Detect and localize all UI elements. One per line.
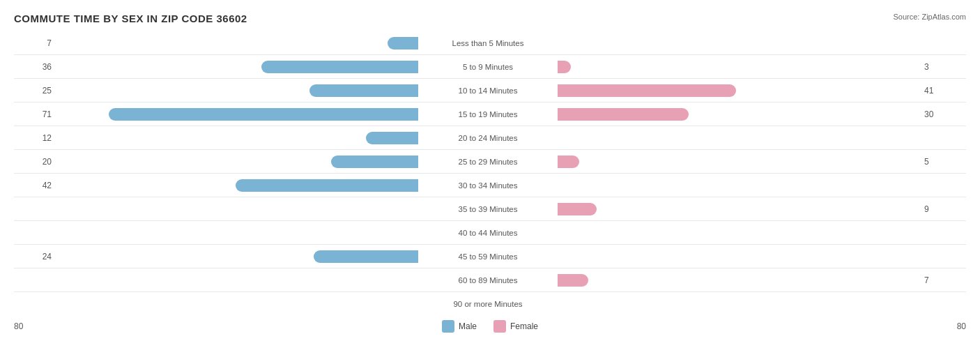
row-inner: 24 45 to 59 Minutes (14, 245, 966, 268)
bar-row: 12 20 to 24 Minutes (14, 126, 966, 150)
male-swatch (442, 320, 454, 333)
female-bar-wrap (558, 296, 920, 312)
female-bar-wrap (558, 107, 920, 122)
male-bar-wrap (56, 59, 418, 75)
female-bar-wrap (558, 249, 920, 264)
male-value: 7 (14, 38, 56, 48)
row-label: 25 to 29 Minutes (418, 158, 558, 166)
legend-female: Female (493, 320, 538, 333)
axis-left-label: 80 (14, 321, 56, 331)
female-bar-wrap (558, 273, 920, 288)
male-bar-wrap (56, 296, 418, 312)
row-inner: 60 to 89 Minutes 7 (14, 268, 966, 291)
female-bar (558, 203, 597, 215)
male-bar-wrap (56, 273, 418, 288)
male-value: 36 (14, 62, 56, 72)
female-bar (558, 274, 588, 287)
bar-row: 24 45 to 59 Minutes (14, 245, 966, 268)
female-bar-wrap (558, 130, 920, 146)
row-inner: 35 to 39 Minutes 9 (14, 197, 966, 220)
bar-row: 40 to 44 Minutes (14, 221, 966, 245)
male-bar (261, 61, 418, 73)
male-bar-wrap (56, 36, 418, 51)
male-bar (309, 84, 418, 97)
female-bar (558, 84, 736, 97)
bar-row: 42 30 to 34 Minutes (14, 174, 966, 197)
row-inner: 71 15 to 19 Minutes 30 (14, 103, 966, 126)
male-bar (109, 108, 418, 121)
female-value: 7 (920, 275, 962, 285)
row-inner: 90 or more Minutes (14, 292, 966, 316)
legend-male: Male (442, 320, 477, 333)
male-label: Male (459, 321, 477, 331)
male-value: 12 (14, 133, 56, 143)
row-label: 5 to 9 Minutes (418, 63, 558, 71)
row-inner: 25 10 to 14 Minutes 41 (14, 79, 966, 102)
female-swatch (493, 320, 506, 333)
bar-row: 36 5 to 9 Minutes 3 (14, 55, 966, 79)
row-label: 90 or more Minutes (418, 300, 558, 308)
female-bar-wrap (558, 154, 920, 169)
legend-center: Male Female (56, 320, 924, 333)
row-label: 15 to 19 Minutes (418, 110, 558, 119)
male-bar-wrap (56, 202, 418, 217)
female-bar-wrap (558, 178, 920, 193)
bars-area: 7 Less than 5 Minutes 36 5 to 9 Minutes (14, 31, 966, 316)
male-bar (366, 132, 418, 144)
male-bar-wrap (56, 249, 418, 264)
chart-container: COMMUTE TIME BY SEX IN ZIP CODE 36602 So… (0, 0, 980, 364)
female-value: 30 (920, 109, 962, 119)
male-bar (331, 156, 418, 168)
bar-row: 71 15 to 19 Minutes 30 (14, 103, 966, 126)
female-bar-wrap (558, 36, 920, 51)
female-bar (558, 156, 579, 168)
source-text: Source: ZipAtlas.com (893, 13, 966, 21)
male-value: 42 (14, 181, 56, 190)
row-label: 20 to 24 Minutes (418, 134, 558, 142)
row-inner: 36 5 to 9 Minutes 3 (14, 55, 966, 78)
chart-title: COMMUTE TIME BY SEX IN ZIP CODE 36602 (14, 13, 966, 24)
row-inner: 20 25 to 29 Minutes 5 (14, 150, 966, 173)
bar-row: 20 25 to 29 Minutes 5 (14, 150, 966, 174)
row-inner: 7 Less than 5 Minutes (14, 31, 966, 54)
male-bar (314, 250, 418, 263)
female-bar-wrap (558, 202, 920, 217)
male-value: 20 (14, 157, 56, 167)
male-bar-wrap (56, 83, 418, 98)
row-label: Less than 5 Minutes (418, 39, 558, 47)
female-value: 3 (920, 62, 962, 72)
legend-row: 80 Male Female 80 (14, 320, 966, 333)
bar-row: 25 10 to 14 Minutes 41 (14, 79, 966, 103)
row-label: 60 to 89 Minutes (418, 276, 558, 285)
female-label: Female (510, 321, 538, 331)
female-bar-wrap (558, 83, 920, 98)
male-bar-wrap (56, 225, 418, 241)
row-inner: 40 to 44 Minutes (14, 221, 966, 244)
male-bar (236, 179, 419, 192)
row-label: 40 to 44 Minutes (418, 229, 558, 237)
row-inner: 42 30 to 34 Minutes (14, 174, 966, 197)
male-bar-wrap (56, 154, 418, 169)
bar-row: 35 to 39 Minutes 9 (14, 197, 966, 221)
bar-row: 90 or more Minutes (14, 292, 966, 316)
row-label: 45 to 59 Minutes (418, 252, 558, 261)
female-bar-wrap (558, 225, 920, 241)
female-value: 5 (920, 157, 962, 167)
male-value: 25 (14, 86, 56, 96)
male-value: 71 (14, 109, 56, 119)
axis-right-label: 80 (924, 321, 966, 331)
bar-row: 60 to 89 Minutes 7 (14, 268, 966, 292)
male-value: 24 (14, 252, 56, 261)
bar-row: 7 Less than 5 Minutes (14, 31, 966, 55)
female-bar (558, 108, 689, 121)
row-label: 35 to 39 Minutes (418, 205, 558, 213)
row-label: 10 to 14 Minutes (418, 86, 558, 95)
row-label: 30 to 34 Minutes (418, 181, 558, 190)
female-value: 41 (920, 86, 962, 96)
male-bar (388, 37, 418, 50)
female-value: 9 (920, 204, 962, 214)
female-bar-wrap (558, 59, 920, 75)
male-bar-wrap (56, 130, 418, 146)
female-bar (558, 61, 571, 73)
row-inner: 12 20 to 24 Minutes (14, 126, 966, 149)
